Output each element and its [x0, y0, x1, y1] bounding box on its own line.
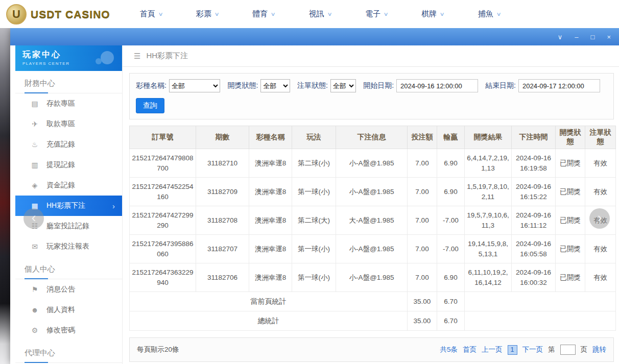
jump-button[interactable]: 跳转 — [592, 345, 606, 354]
summary-empty — [465, 292, 616, 311]
breadcrumb: ☰ HH彩票下注 — [123, 45, 619, 67]
cell: 6,4,14,7,2,19,1,13 — [465, 149, 512, 178]
sidebar-item-change-password[interactable]: ⚙修改密碼 — [15, 320, 122, 341]
cell: 2152172647452254160 — [130, 178, 196, 206]
window-maximize-icon[interactable]: □ — [591, 34, 595, 40]
draw-status-label: 開獎狀態: — [227, 81, 258, 90]
sidebar-header: 玩家中心 PLAYERS CENTER — [15, 45, 122, 71]
sidebar-item-announcements[interactable]: ⚑消息公告 — [15, 279, 122, 300]
current-page[interactable]: 1 — [508, 345, 517, 355]
summary-row-total: 總統計35.006.70 — [130, 311, 616, 331]
table-row: 215217264745225416031182709澳洲幸運8第一球(小)小-… — [130, 178, 616, 206]
player-bet-report-icon: ✉ — [30, 242, 40, 251]
nav-item-label: 棋牌 — [421, 9, 437, 19]
sidebar-item-label: 玩家投注報表 — [46, 242, 89, 251]
cell: 大-A盤@1.985 — [336, 206, 408, 235]
nav-item-electronic[interactable]: 電子∨ — [365, 9, 388, 19]
sidebar-item-player-bet-report[interactable]: ✉玩家投注報表 — [15, 236, 122, 257]
cell: 小-A盤@1.985 — [336, 149, 408, 178]
nav-item-label: 彩票 — [196, 9, 211, 19]
column-header: 輸贏 — [437, 126, 465, 149]
carousel-left-arrow[interactable]: ‹ — [23, 208, 44, 229]
nav-item-chess[interactable]: 棋牌∨ — [421, 9, 444, 19]
chevron-down-icon: ∨ — [215, 11, 220, 17]
next-page-link[interactable]: 下一页 — [522, 345, 543, 354]
order-status-select[interactable]: 全部 — [330, 79, 356, 92]
sidebar-item-deposit-zone[interactable]: ▤存款專區 — [15, 93, 122, 114]
filter-actions: 查詢 — [136, 98, 607, 113]
prev-page-link[interactable]: 上一页 — [482, 345, 503, 354]
cell: 小-A盤@1.985 — [336, 263, 408, 292]
sidebar-item-recharge-record[interactable]: ♨充值記錄 — [15, 134, 122, 155]
section-label-agent-center: 代理中心 — [15, 341, 122, 363]
nav-item-fishing[interactable]: 捕魚∨ — [478, 9, 501, 19]
cell: 7.00 — [408, 235, 437, 263]
sidebar-item-cashout-record[interactable]: ▥提現記錄 — [15, 155, 122, 175]
draw-status-select[interactable]: 全部 — [260, 79, 290, 92]
column-header: 開獎結果 — [465, 126, 512, 149]
cell: 19,14,15,9,8,5,13,1 — [465, 235, 512, 263]
pagination-bar: 每頁顯示20條 共5条 首页 上一页 1 下一页 第 页 跳转 — [129, 337, 614, 362]
nav-item-home[interactable]: 首頁∨ — [140, 9, 162, 19]
cell: 6,11,10,19,2,16,14,12 — [465, 263, 512, 292]
menu-toggle-icon[interactable]: ☰ — [134, 52, 140, 61]
sidebar-item-label: 充值記錄 — [46, 140, 75, 149]
cell: 有效 — [585, 263, 616, 292]
column-header: 下注信息 — [336, 126, 408, 149]
lottery-name-select[interactable]: 全部 — [169, 79, 221, 92]
nav-item-label: 電子 — [365, 9, 380, 19]
cell: 第一球(小) — [292, 263, 336, 292]
carousel-right-arrow[interactable]: › — [589, 208, 610, 229]
sidebar-item-profile[interactable]: ☻個人資料 — [15, 300, 122, 320]
window-collapse-icon[interactable]: ∨ — [558, 34, 563, 40]
cell: 第二球(小) — [292, 149, 336, 178]
player-center-window: ∨ – □ × 玩家中心 PLAYERS CENTER 財務中心▤存款專區✈取款… — [10, 28, 619, 364]
window-body: 玩家中心 PLAYERS CENTER 財務中心▤存款專區✈取款專區♨充值記錄▥… — [10, 45, 619, 364]
start-date-input[interactable] — [396, 79, 478, 92]
nav-item-lottery[interactable]: 彩票∨ — [196, 9, 219, 19]
cell: 2152172647479808700 — [130, 149, 196, 178]
lottery-name-label: 彩種名稱: — [136, 81, 166, 90]
logo[interactable]: U USDT CASINO — [6, 4, 110, 25]
cell: 第一球(小) — [292, 235, 336, 263]
column-header: 下注時間 — [512, 126, 556, 149]
sidebar-item-label: 資金記錄 — [46, 181, 75, 190]
sidebar-item-withdraw-zone[interactable]: ✈取款專區 — [15, 114, 122, 134]
nav-item-sports[interactable]: 體育∨ — [252, 9, 275, 19]
sidebar-item-funds-record[interactable]: ◈資金記錄 — [15, 175, 122, 196]
cell: 2024-09-16 16:19:58 — [512, 149, 556, 178]
total-count: 共5条 — [440, 345, 458, 354]
content-area: 彩種名稱: 全部 開獎狀態: 全部 注單狀態: 全部 開始日期: 結束日期: 查… — [123, 67, 619, 364]
nav-item-video[interactable]: 視訊∨ — [309, 9, 331, 19]
cell: 6.90 — [437, 149, 465, 178]
sidebar-item-label: 修改密碼 — [46, 326, 75, 335]
chevron-down-icon: ∨ — [271, 11, 276, 17]
sidebar-item-label: 取款專區 — [46, 119, 75, 129]
page-jump-input[interactable] — [560, 345, 576, 355]
section-label-personal-center: 個人中心 — [15, 257, 122, 279]
cell: 31182708 — [196, 206, 249, 235]
column-header: 投注額 — [408, 126, 437, 149]
sidebar: 玩家中心 PLAYERS CENTER 財務中心▤存款專區✈取款專區♨充值記錄▥… — [15, 45, 123, 364]
summary-row-page: 當前頁統計35.006.70 — [130, 292, 616, 311]
pagination-controls: 共5条 首页 上一页 1 下一页 第 页 跳转 — [440, 345, 606, 355]
gamepad-icon — [101, 51, 114, 64]
search-button[interactable]: 查詢 — [136, 98, 164, 113]
recharge-record-icon: ♨ — [30, 140, 40, 149]
nav-item-label: 視訊 — [309, 9, 324, 19]
page-title: HH彩票下注 — [146, 51, 188, 61]
profile-icon: ☻ — [30, 306, 40, 314]
cashout-record-icon: ▥ — [30, 161, 40, 169]
end-date-input[interactable] — [518, 79, 600, 92]
window-close-icon[interactable]: × — [607, 34, 611, 40]
order-status-label: 注單狀態: — [297, 81, 328, 90]
bets-table: 訂單號期數彩種名稱玩法下注信息投注額輸贏開獎結果下注時間開獎狀態注單狀態 215… — [129, 126, 616, 331]
cell: 澳洲幸運8 — [249, 235, 292, 263]
cell: 已開獎 — [556, 206, 585, 235]
cell: 2024-09-16 16:00:32 — [512, 263, 556, 292]
column-header: 玩法 — [292, 126, 336, 149]
first-page-link[interactable]: 首页 — [463, 345, 477, 354]
section-label-finance-center: 財務中心 — [15, 71, 122, 93]
cell: 7.00 — [408, 263, 437, 292]
window-minimize-icon[interactable]: – — [575, 34, 578, 40]
